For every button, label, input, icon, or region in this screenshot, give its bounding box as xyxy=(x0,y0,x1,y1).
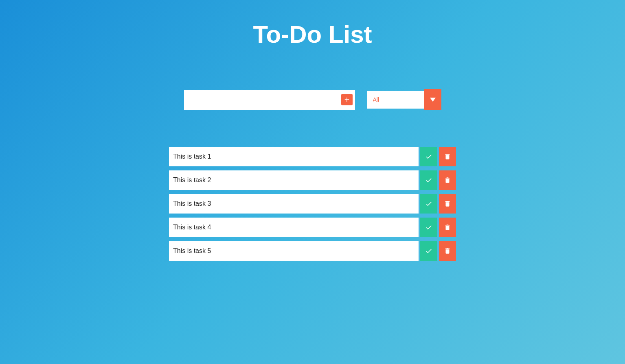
task-list: This is task 1 This is task 2 This is ta… xyxy=(169,147,456,261)
task-text: This is task 1 xyxy=(169,147,419,166)
task-row: This is task 1 xyxy=(169,147,456,166)
delete-task-button[interactable] xyxy=(439,241,456,261)
trash-icon xyxy=(444,247,451,255)
task-row: This is task 5 xyxy=(169,241,456,261)
delete-task-button[interactable] xyxy=(439,147,456,166)
filter-wrapper: All xyxy=(367,89,441,110)
check-icon xyxy=(425,200,432,207)
complete-task-button[interactable] xyxy=(420,194,437,214)
trash-icon xyxy=(444,177,451,184)
check-icon xyxy=(425,153,432,160)
filter-select[interactable]: All xyxy=(367,91,424,109)
task-row: This is task 4 xyxy=(169,218,456,237)
check-icon xyxy=(425,177,432,184)
task-input-wrapper xyxy=(184,90,355,110)
trash-icon xyxy=(444,200,451,207)
task-text: This is task 3 xyxy=(169,194,419,214)
trash-icon xyxy=(444,224,451,231)
complete-task-button[interactable] xyxy=(420,147,437,166)
complete-task-button[interactable] xyxy=(420,170,437,190)
task-row: This is task 3 xyxy=(169,194,456,214)
task-text: This is task 4 xyxy=(169,218,419,237)
delete-task-button[interactable] xyxy=(439,170,456,190)
check-icon xyxy=(425,247,432,255)
task-text: This is task 2 xyxy=(169,170,419,190)
task-text: This is task 5 xyxy=(169,241,419,261)
chevron-down-icon xyxy=(424,89,441,110)
check-icon xyxy=(425,224,432,231)
add-task-button[interactable] xyxy=(341,94,353,105)
task-row: This is task 2 xyxy=(169,170,456,190)
controls-row: All xyxy=(184,89,441,110)
plus-icon xyxy=(343,96,351,103)
complete-task-button[interactable] xyxy=(420,241,437,261)
trash-icon xyxy=(444,153,451,160)
page-title: To-Do List xyxy=(253,20,372,48)
complete-task-button[interactable] xyxy=(420,218,437,237)
task-input[interactable] xyxy=(188,90,351,110)
delete-task-button[interactable] xyxy=(439,218,456,237)
delete-task-button[interactable] xyxy=(439,194,456,214)
